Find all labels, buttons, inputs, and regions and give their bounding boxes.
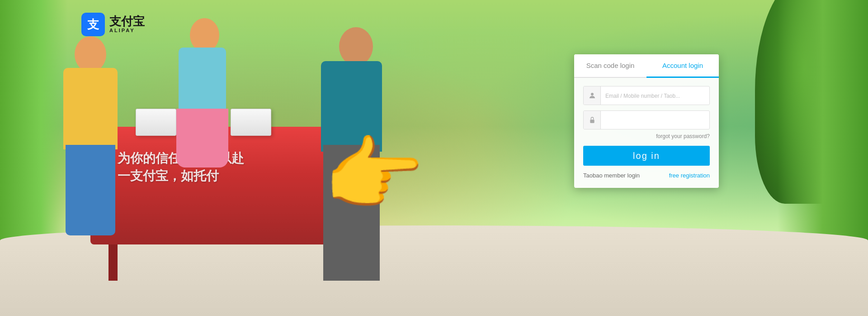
figure-center-skirt (176, 109, 228, 168)
alipay-text: 支付宝 ALIPAY (109, 16, 145, 33)
lock-icon (584, 111, 601, 129)
alipay-chinese-name: 支付宝 (109, 16, 145, 28)
figure-left-body (63, 68, 118, 149)
svg-rect-1 (590, 120, 594, 123)
alipay-icon: 支 (81, 13, 105, 36)
forgot-password-anchor[interactable]: forgot your password? (656, 133, 710, 139)
password-input[interactable] (601, 111, 709, 129)
figure-center-head (190, 18, 219, 52)
figure-left-head (75, 36, 106, 72)
figure-right-head (339, 27, 373, 66)
user-icon (584, 86, 601, 105)
alipay-english-name: ALIPAY (109, 28, 145, 33)
free-registration-link[interactable]: free registration (669, 172, 710, 179)
tab-account-login[interactable]: Account login (646, 54, 719, 78)
figure-center-body (179, 48, 226, 115)
figure-left (54, 36, 127, 263)
login-form: forgot your password? log in Taobao memb… (574, 78, 719, 188)
taobao-member-login-link[interactable]: Taobao member login (583, 172, 640, 179)
svg-point-0 (591, 93, 594, 96)
forgot-password-link[interactable]: forgot your password? (583, 133, 710, 139)
alipay-logo: 支 支付宝 ALIPAY (81, 13, 145, 36)
login-button[interactable]: log in (583, 146, 710, 166)
username-input-group (583, 86, 710, 105)
figure-left-pants (66, 145, 115, 235)
login-tabs: Scan code login Account login (574, 54, 719, 78)
tab-scan-code[interactable]: Scan code login (574, 54, 646, 78)
password-input-group (583, 110, 710, 129)
login-panel: Scan code login Account login (574, 54, 719, 188)
paper-stack-1 (136, 109, 176, 136)
hand-pointer-icon: 👈 (326, 127, 427, 223)
username-input[interactable] (601, 86, 709, 105)
paper-stack-3 (231, 109, 271, 136)
login-footer: Taobao member login free registration (583, 172, 710, 179)
